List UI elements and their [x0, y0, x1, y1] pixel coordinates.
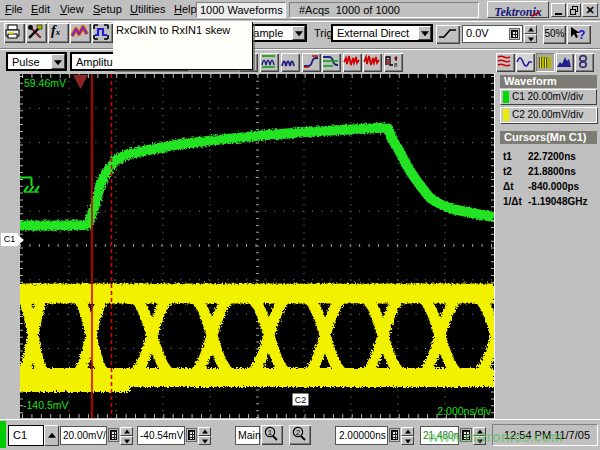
svg-text:4: 4: [394, 55, 398, 61]
svg-text:59.46mV: 59.46mV: [24, 77, 66, 89]
svg-text:2: 2: [296, 428, 301, 437]
svg-text:1: 1: [268, 428, 273, 437]
svg-text:C2: C2: [295, 395, 307, 405]
svg-text:?: ?: [578, 28, 585, 42]
svg-text:-140.5mV: -140.5mV: [23, 399, 69, 411]
svg-text:2.000ns/div: 2.000ns/div: [437, 405, 491, 417]
svg-text:8: 8: [394, 62, 398, 68]
